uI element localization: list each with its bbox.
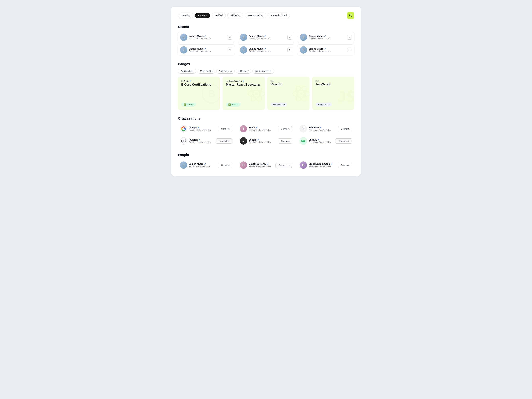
avatar: J [240, 34, 247, 41]
person-sub: Passionate front-end dev [189, 50, 226, 52]
org-item-google: Google ✔ Passionate front-end dev Connec… [178, 123, 234, 134]
person-info: Courtney Henry ✔ Passionate front-end de… [249, 163, 274, 168]
person-sub: Passionate front-end dev [309, 38, 346, 40]
person-info: James Myers ✔ Passionate front-end dev [309, 47, 346, 52]
close-recent-button[interactable]: ✕ [228, 35, 232, 40]
avatar: B [300, 161, 307, 169]
verified-badge: ✔ [317, 139, 319, 141]
connect-button-james[interactable]: Connect [218, 163, 232, 168]
organisations-title: Organisations [178, 117, 354, 120]
org-info: Infogenix ✔ Passionate front-end dev [309, 126, 336, 131]
badge-label: Skill [315, 80, 351, 82]
badge-filter-certifications[interactable]: Certifications [178, 69, 196, 74]
close-recent-button[interactable]: ✕ [347, 48, 352, 52]
badge-filter-membership[interactable]: Membership [197, 69, 215, 74]
recent-title: Recent [178, 25, 354, 29]
person-sub: Passionate front-end dev [189, 38, 226, 40]
avatar: J [300, 34, 307, 41]
badge-card-react-bootcamp[interactable]: by React Academy ✔ Master React Bootcamp… [223, 77, 265, 110]
badge-card-javascript[interactable]: Skill JavaScript JS Endorsement [312, 77, 354, 110]
connected-button-courtney[interactable]: Connected [275, 163, 292, 168]
filter-location[interactable]: Location [195, 13, 210, 18]
connect-button-lendio[interactable]: Connect [278, 139, 292, 144]
person-info: James Myers ✔ Passionate front-end dev [249, 35, 286, 40]
badge-bg-icon [246, 84, 265, 107]
badge-tag-verified: ✅ Verified [181, 103, 196, 107]
badge-title: ReactJS [271, 83, 306, 86]
filter-has-worked-at[interactable]: Has worked at [245, 13, 266, 18]
recent-item: J James Myers ✔ Passionate front-end dev… [238, 44, 294, 55]
org-logo-lendio: L [240, 137, 247, 145]
close-recent-button[interactable]: ✕ [287, 48, 292, 52]
badge-title: Master React Bootcamp [226, 83, 261, 86]
person-name: James Myers ✔ [249, 35, 286, 38]
filter-recently-joined[interactable]: Recently joined [268, 13, 290, 18]
verified-badge: ✔ [324, 48, 326, 50]
org-item-invision: B Invision ✔ Passionate front-end dev Co… [178, 136, 234, 146]
badge-card-bcorp[interactable]: by B Lab ✔ B Corp Certifications B ✅ Ver… [178, 77, 220, 110]
connected-button-invision[interactable]: Connected [216, 139, 232, 144]
badge-filter-work-experience[interactable]: Work experience [252, 69, 274, 74]
infogenix-initial: I [303, 127, 304, 130]
verified-badge: ✔ [197, 126, 199, 129]
org-sub: Passionate front-end dev [189, 129, 216, 131]
person-sub: Passionate front-end dev [189, 165, 216, 168]
badge-filter-milestone[interactable]: Milestone [236, 69, 251, 74]
badge-filter-endorsement[interactable]: Endorsement [216, 69, 235, 74]
org-logo-trello: T [240, 125, 247, 132]
person-sub: Passionate front-end dev [309, 50, 346, 52]
recent-item: J James Myers ✔ Passionate front-end dev… [298, 44, 354, 55]
org-logo-infogenix: I [300, 125, 307, 132]
verified-badge: ✔ [204, 35, 206, 38]
badge-bg-icon: B [202, 84, 220, 107]
filter-verified[interactable]: Verified [212, 13, 226, 18]
badge-by: by B Lab ✔ [181, 80, 217, 82]
recent-grid: J James Myers ✔ Passionate front-end dev… [178, 32, 354, 55]
person-name: Courtney Henry ✔ [249, 163, 274, 165]
org-item-infogenix: I Infogenix ✔ Passionate front-end dev C… [298, 123, 354, 134]
person-item-james: J James Myers ✔ Passionate front-end dev… [178, 160, 234, 171]
org-name: Entrata ✔ [309, 139, 334, 141]
connected-button-entrata[interactable]: Connected [335, 139, 352, 144]
connect-button-brooklyn[interactable]: Connect [338, 163, 352, 168]
main-card: Trending Location Verified Skilled at Ha… [171, 7, 361, 176]
badge-tag-verified: ✅ Verified [226, 103, 241, 107]
search-button[interactable] [347, 12, 354, 19]
badge-card-reactjs[interactable]: Skill ReactJS Endorsement [267, 77, 309, 110]
close-recent-button[interactable]: ✕ [347, 35, 352, 40]
badge-title: B Corp Certifications [181, 83, 217, 86]
filter-trending[interactable]: Trending [178, 13, 193, 18]
filter-skilled-at[interactable]: Skilled at [228, 13, 243, 18]
close-recent-button[interactable]: ✕ [287, 35, 292, 40]
badge-title: JavaScript [315, 83, 351, 86]
person-sub: Passionate front-end dev [309, 165, 336, 168]
close-recent-button[interactable]: ✕ [228, 48, 232, 52]
lendio-initial: L [243, 139, 244, 142]
person-info: James Myers ✔ Passionate front-end dev [189, 35, 226, 40]
entrata-icon [301, 139, 305, 143]
recent-item: J James Myers ✔ Passionate front-end dev… [178, 32, 234, 43]
svg-line-1 [351, 16, 352, 17]
google-icon [181, 126, 186, 131]
person-sub: Passionate front-end dev [249, 38, 286, 40]
connect-button-google[interactable]: Connect [218, 126, 232, 131]
org-item-lendio: L Lendio ✔ Passionate front-end dev Conn… [238, 136, 294, 146]
org-logo-invision: B [180, 137, 187, 145]
org-sub: Passionate front-end dev [249, 141, 276, 144]
badges-grid: by B Lab ✔ B Corp Certifications B ✅ Ver… [178, 77, 354, 110]
svg-rect-17 [304, 140, 304, 141]
svg-point-7 [255, 92, 258, 95]
person-info: James Myers ✔ Passionate front-end dev [249, 47, 286, 52]
org-name: Trello ✔ [249, 126, 276, 129]
svg-text:JS: JS [337, 88, 354, 104]
badges-title: Badges [178, 62, 354, 66]
checkmark-icon: ✅ [184, 103, 186, 106]
org-info: Lendio ✔ Passionate front-end dev [249, 139, 276, 144]
connect-button-infogenix[interactable]: Connect [338, 126, 352, 131]
org-info: Invision ✔ Passionate front-end dev [189, 139, 214, 144]
recent-item: J James Myers ✔ Passionate front-end dev… [298, 32, 354, 43]
people-grid: J James Myers ✔ Passionate front-end dev… [178, 160, 354, 171]
person-info: James Myers ✔ Passionate front-end dev [189, 47, 226, 52]
connect-button-trello[interactable]: Connect [278, 126, 292, 131]
checkmark-icon: ✅ [228, 103, 231, 106]
